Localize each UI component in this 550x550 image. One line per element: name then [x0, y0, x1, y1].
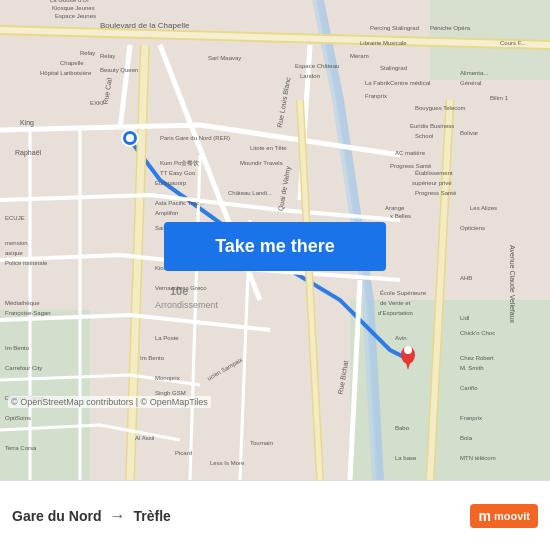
svg-text:Cariño: Cariño: [460, 385, 478, 391]
svg-text:Françoise-Sagan: Françoise-Sagan: [5, 310, 51, 316]
destination-label: Trèfle: [133, 508, 170, 524]
svg-text:Chick'n Choc: Chick'n Choc: [460, 330, 495, 336]
svg-text:Hôpital Lariboisière: Hôpital Lariboisière: [40, 70, 92, 76]
svg-text:Percing Stalingrad: Percing Stalingrad: [370, 25, 419, 31]
svg-text:Franprix: Franprix: [365, 93, 387, 99]
svg-text:Médiathèque: Médiathèque: [5, 300, 40, 306]
svg-text:Arrondissement: Arrondissement: [155, 300, 219, 310]
svg-text:Avin: Avin: [395, 335, 407, 341]
svg-text:École Supérieure: École Supérieure: [380, 290, 427, 296]
svg-text:Sarl Maavay: Sarl Maavay: [208, 55, 241, 61]
svg-text:Less Is More: Less Is More: [210, 460, 245, 466]
map-container: Boulevard de la Chapelle Rue Cail Rue Lo…: [0, 0, 550, 480]
svg-text:Meram: Meram: [350, 53, 369, 59]
moovit-logo: m moovit: [470, 504, 538, 528]
svg-text:Opticiens: Opticiens: [460, 225, 485, 231]
svg-text:Im Bento: Im Bento: [140, 355, 165, 361]
svg-text:Lidl: Lidl: [460, 315, 469, 321]
svg-text:Beauty Queen: Beauty Queen: [100, 67, 138, 73]
origin-label: Gare du Nord: [12, 508, 101, 524]
moovit-wordmark: moovit: [494, 510, 530, 522]
svg-text:TT Easy Goo: TT Easy Goo: [160, 170, 196, 176]
svg-text:Picard: Picard: [175, 450, 192, 456]
svg-text:Tournain: Tournain: [250, 440, 273, 446]
svg-text:supérieur privé: supérieur privé: [412, 180, 452, 186]
svg-text:OptiSoins: OptiSoins: [5, 415, 31, 421]
svg-text:Chapelle: Chapelle: [60, 60, 84, 66]
svg-text:Stalingrad: Stalingrad: [380, 65, 407, 71]
svg-text:La Fabrik: La Fabrik: [365, 80, 391, 86]
svg-text:M. Smith: M. Smith: [460, 365, 484, 371]
svg-text:Franprix: Franprix: [460, 415, 482, 421]
svg-text:x Belles: x Belles: [390, 213, 411, 219]
svg-point-87: [126, 134, 134, 142]
svg-text:Euridis Business: Euridis Business: [410, 123, 454, 129]
svg-point-89: [404, 346, 412, 354]
svg-text:Progress Santé: Progress Santé: [390, 163, 432, 169]
svg-text:Kum Po金餐饮: Kum Po金餐饮: [160, 160, 199, 166]
svg-text:Général: Général: [460, 80, 481, 86]
svg-text:Landon: Landon: [300, 73, 320, 79]
svg-text:Im Bento: Im Bento: [5, 345, 30, 351]
svg-text:Paris Gare du Nord (RER): Paris Gare du Nord (RER): [160, 135, 230, 141]
svg-text:Librairie Musicale: Librairie Musicale: [360, 40, 407, 46]
svg-text:Monoprix: Monoprix: [155, 375, 180, 381]
route-arrow-icon: →: [109, 507, 125, 525]
svg-text:Kiosque Jeunes: Kiosque Jeunes: [52, 5, 95, 11]
svg-text:Les Alizes: Les Alizes: [470, 205, 497, 211]
svg-text:Vernazobres Greco: Vernazobres Greco: [155, 285, 207, 291]
svg-text:Relay: Relay: [100, 53, 115, 59]
svg-text:Asla Pacific Trac...: Asla Pacific Trac...: [155, 200, 205, 206]
svg-text:La base: La base: [395, 455, 417, 461]
svg-text:Progress Santé: Progress Santé: [415, 190, 457, 196]
svg-text:Espace Jeunes: Espace Jeunes: [55, 13, 96, 19]
svg-text:Château Landi...: Château Landi...: [228, 190, 272, 196]
svg-text:Bolivar: Bolivar: [460, 130, 478, 136]
svg-text:Moundir Travels: Moundir Travels: [240, 160, 283, 166]
svg-text:asique: asique: [5, 250, 23, 256]
svg-text:Al Assil: Al Assil: [135, 435, 154, 441]
svg-text:Police nationale: Police nationale: [5, 260, 48, 266]
svg-text:MTN télécom: MTN télécom: [460, 455, 496, 461]
svg-text:Bilim 1: Bilim 1: [490, 95, 509, 101]
svg-text:Alimenta...: Alimenta...: [460, 70, 489, 76]
svg-text:Litote en Tête: Litote en Tête: [250, 145, 287, 151]
svg-text:de Vente et: de Vente et: [380, 300, 411, 306]
svg-text:Raphaël: Raphaël: [15, 149, 42, 157]
svg-text:Chez Robert: Chez Robert: [460, 355, 494, 361]
svg-text:Bola: Bola: [460, 435, 473, 441]
svg-text:School: School: [415, 133, 433, 139]
svg-text:ECUJE: ECUJE: [5, 215, 25, 221]
svg-text:Boulevard de la Chapelle: Boulevard de la Chapelle: [100, 21, 190, 30]
svg-text:Péniche Opéra: Péniche Opéra: [430, 25, 471, 31]
svg-text:Avenue Claude Vellefaux: Avenue Claude Vellefaux: [509, 245, 516, 324]
svg-text:Carrefour City: Carrefour City: [5, 365, 42, 371]
take-me-there-button[interactable]: Take me there: [164, 222, 386, 271]
svg-text:La Goutte d'Or: La Goutte d'Or: [50, 0, 89, 3]
svg-text:Amplifon: Amplifon: [155, 210, 178, 216]
route-info: Gare du Nord → Trèfle: [12, 507, 470, 525]
svg-text:Bouygues Telecom: Bouygues Telecom: [415, 105, 466, 111]
svg-text:Relay: Relay: [80, 50, 95, 56]
svg-text:Établissement: Établissement: [415, 170, 453, 176]
svg-text:mension: mension: [5, 240, 28, 246]
svg-text:d'Exportation: d'Exportation: [378, 310, 413, 316]
moovit-m-letter: m: [478, 508, 490, 524]
bottom-bar: Gare du Nord → Trèfle m moovit: [0, 480, 550, 550]
svg-text:Espace Château: Espace Château: [295, 63, 339, 69]
svg-text:Cours F...: Cours F...: [500, 40, 526, 46]
svg-text:AHB: AHB: [460, 275, 472, 281]
svg-text:AC matière: AC matière: [395, 150, 426, 156]
svg-text:La Poste: La Poste: [155, 335, 179, 341]
svg-text:King: King: [20, 119, 34, 127]
map-copyright: © OpenStreetMap contributors | © OpenMap…: [8, 396, 211, 408]
moovit-logo-box: m moovit: [470, 504, 538, 528]
svg-text:EXKI: EXKI: [90, 100, 104, 106]
svg-text:Babo: Babo: [395, 425, 410, 431]
svg-text:Europaoorp: Europaoorp: [155, 180, 187, 186]
svg-text:Centre médical: Centre médical: [390, 80, 430, 86]
svg-text:Terra Corsa: Terra Corsa: [5, 445, 37, 451]
svg-text:Arange: Arange: [385, 205, 405, 211]
